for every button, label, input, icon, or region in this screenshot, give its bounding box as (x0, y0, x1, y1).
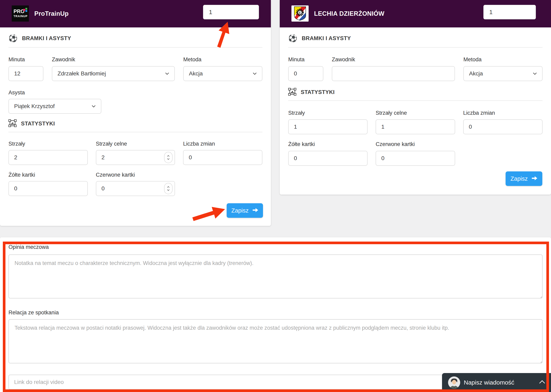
method-label: Metoda (463, 56, 482, 63)
away-shots-input[interactable] (288, 119, 368, 134)
yellow-cards-label: Żółte kartki (8, 172, 88, 178)
home-player-value: Zdrzałek Bartłomiej (57, 70, 106, 77)
home-goals-section-header: ⚽ BRAMKI I ASYSTY (8, 35, 71, 42)
chevron-up-icon (539, 380, 545, 386)
player-label: Zawodnik (52, 56, 75, 63)
chat-widget-button[interactable]: Napisz wiadomość (442, 373, 551, 392)
away-player-input[interactable] (332, 66, 455, 81)
home-yellow-cards-input[interactable] (8, 181, 88, 196)
number-spinner[interactable] (164, 152, 172, 163)
away-shots-on-target-input[interactable] (376, 119, 455, 134)
match-report-panel: Opinia meczowa Relacja ze spotkania (0, 237, 551, 392)
method-label: Metoda (183, 56, 201, 63)
chevron-down-icon (533, 72, 537, 75)
minute-label: Minuta (288, 56, 305, 63)
home-stats-section-title: STATYSTYKI (21, 121, 55, 127)
away-score-input[interactable] (483, 5, 536, 19)
bar-chart-icon (288, 88, 296, 96)
match-relation-textarea[interactable] (8, 319, 543, 363)
home-assist-value: Piątek Krzysztof (14, 103, 55, 110)
shots-on-target-label: Strzały celne (376, 110, 455, 116)
divider (288, 100, 543, 101)
arrow-right-icon (253, 207, 258, 214)
away-team-panel: L LECHIA DZIERŻONIÓW ⚽ BRAMKI I ASYSTY M… (280, 0, 551, 195)
svg-text:TRAINUP: TRAINUP (14, 14, 28, 18)
player-label: Zawodnik (332, 56, 355, 63)
away-yellow-cards-input[interactable] (288, 151, 368, 166)
divider (288, 47, 543, 48)
away-goals-section-title: BRAMKI I ASYSTY (302, 35, 351, 42)
home-team-header: PRO TRAINUP ProTrainUp (0, 0, 271, 28)
assist-label: Asysta (8, 90, 25, 96)
home-minute-input[interactable] (8, 66, 43, 81)
chat-widget-label: Napisz wiadomość (464, 379, 514, 386)
away-minute-input[interactable] (288, 66, 323, 81)
away-team-name: LECHIA DZIERŻONIÓW (314, 0, 385, 28)
lechia-club-crest: L (292, 6, 309, 21)
home-player-select[interactable]: Zdrzałek Bartłomiej (52, 66, 175, 81)
home-score-input[interactable] (203, 5, 259, 19)
away-stats-section-header: STATYSTYKI (288, 88, 335, 96)
chevron-down-icon (253, 72, 257, 75)
away-save-label: Zapisz (510, 175, 528, 182)
chevron-down-icon (165, 72, 169, 75)
soccer-ball-icon: ⚽ (288, 35, 297, 42)
away-save-button[interactable]: Zapisz (506, 171, 542, 186)
home-substitutions-input[interactable] (183, 150, 262, 165)
svg-text:L: L (299, 11, 301, 14)
home-team-panel: PRO TRAINUP ProTrainUp ⚽ BRAMKI I ASYSTY… (0, 0, 271, 226)
soccer-ball-icon: ⚽ (8, 35, 18, 42)
away-substitutions-input[interactable] (463, 119, 543, 134)
protrainup-logo: PRO TRAINUP (12, 6, 29, 21)
home-method-value: Akcja (189, 70, 203, 77)
shots-label: Strzały (288, 110, 368, 116)
red-cards-label: Czerwone kartki (376, 141, 455, 147)
substitutions-label: Liczba zmian (183, 141, 262, 147)
substitutions-label: Liczba zmian (463, 110, 543, 116)
support-avatar (448, 377, 460, 389)
home-goals-section-title: BRAMKI I ASYSTY (22, 35, 71, 42)
number-spinner[interactable] (164, 183, 172, 194)
match-opinion-label: Opinia meczowa (8, 244, 49, 250)
svg-text:PRO: PRO (14, 8, 24, 14)
home-shots-input[interactable] (8, 150, 88, 165)
away-method-select[interactable]: Akcja (463, 66, 543, 81)
home-save-label: Zapisz (231, 207, 249, 214)
home-stats-section-header: STATYSTYKI (8, 119, 55, 128)
red-cards-label: Czerwone kartki (96, 172, 175, 178)
match-relation-label: Relacja ze spotkania (8, 309, 59, 316)
home-assist-select[interactable]: Piątek Krzysztof (8, 99, 101, 114)
home-shots-on-target-input[interactable] (96, 150, 175, 165)
home-red-cards-input[interactable] (96, 181, 175, 196)
chevron-down-icon (92, 105, 96, 107)
match-opinion-textarea[interactable] (8, 254, 543, 298)
home-save-button[interactable]: Zapisz (227, 203, 263, 218)
away-stats-section-title: STATYSTYKI (301, 89, 335, 95)
divider (8, 47, 262, 48)
yellow-cards-label: Żółte kartki (288, 141, 368, 147)
minute-label: Minuta (8, 56, 25, 63)
shots-label: Strzały (8, 141, 88, 147)
away-team-header: L LECHIA DZIERŻONIÓW (280, 0, 551, 28)
shots-on-target-label: Strzały celne (96, 141, 175, 147)
away-goals-section-header: ⚽ BRAMKI I ASYSTY (288, 35, 351, 42)
home-method-select[interactable]: Akcja (183, 66, 262, 81)
home-team-name: ProTrainUp (34, 0, 69, 28)
divider (8, 132, 262, 132)
bar-chart-icon (8, 119, 17, 128)
arrow-right-icon (532, 175, 537, 182)
away-red-cards-input[interactable] (376, 151, 455, 166)
away-method-value: Akcja (469, 70, 483, 77)
